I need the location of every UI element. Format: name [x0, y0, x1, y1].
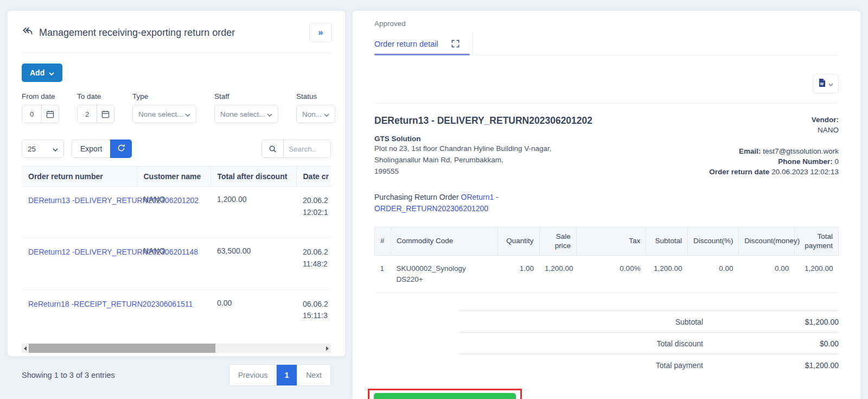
order-link[interactable]: ReReturn18 -RECEIPT_RETURN202306061511	[28, 299, 130, 311]
item-discount-pct: 0.00	[688, 255, 739, 293]
export-document-button[interactable]: W	[813, 74, 839, 93]
item-tax: 0.00%	[576, 255, 646, 293]
search-group	[261, 140, 331, 158]
filter-to-date: To date	[77, 92, 114, 123]
order-link[interactable]: DEReturn13 -DELIVERY_RETURN202306201202	[28, 195, 130, 207]
horizontal-scrollbar[interactable]	[22, 344, 331, 353]
filter-row: From date To date Type None select...	[8, 82, 345, 123]
scrollbar-thumb[interactable]	[29, 344, 215, 353]
date-line2: 15:11:3	[303, 310, 331, 322]
item-quantity: 1.00	[497, 255, 539, 293]
double-chevron-right-icon: »	[318, 28, 323, 37]
from-date-input[interactable]	[22, 105, 41, 123]
chevron-down-icon	[185, 110, 190, 118]
scroll-left-arrow-icon[interactable]	[24, 346, 27, 351]
order-link[interactable]: DEReturn12 -DELIVERY_RETURN202306201148	[28, 246, 130, 258]
calendar-icon[interactable]	[97, 105, 114, 123]
col-sale-price: Sale price	[539, 227, 576, 255]
tab-order-return-detail[interactable]: Order return detail	[374, 40, 438, 48]
total-cell: 63,500.00	[210, 238, 296, 290]
total-cell: 0.00	[210, 290, 296, 341]
subtotal-row: Subtotal $1,200.00	[459, 311, 839, 332]
page-1-button[interactable]: 1	[276, 365, 297, 385]
order-date-label: Order return date	[709, 168, 769, 176]
item-row: 1 SKU00002_SynologyDS220+ 1.00 1,200.00 …	[375, 255, 839, 293]
order-link-line2: DELIVERY_RETURN202306201202	[75, 196, 199, 205]
address-line: Plot no 23, 1st floor Chandran Hyline Bu…	[374, 144, 592, 154]
phone-line: Phone Number: 0	[709, 157, 839, 167]
type-select[interactable]: None select...	[132, 105, 196, 123]
staff-select[interactable]: None select...	[214, 105, 278, 123]
total-cell: 1,200.00	[210, 187, 296, 238]
create-inventory-delivery-voucher-button[interactable]: Create Inventory Delivery Voucher	[374, 393, 516, 399]
col-discount-pct: Discount(%)	[688, 227, 739, 255]
page-size-select[interactable]: 25	[22, 140, 64, 158]
purchasing-return-order: Purchasing Return Order OReturn1 - ORDER…	[374, 192, 554, 214]
filter-type: Type None select...	[132, 92, 196, 123]
vendor-value: NANO	[709, 125, 839, 136]
item-sale-price: 1,200.00	[539, 255, 576, 293]
status-badge: Approved	[374, 11, 839, 28]
total-discount-row: Total discount $0.00	[459, 332, 839, 354]
email-line: Email: test7@gtssolution.work	[709, 147, 839, 157]
filter-status: Status Non...	[296, 92, 335, 123]
collapse-panel-button[interactable]: »	[309, 23, 332, 42]
return-order-list-panel: Management receiving-exporting return or…	[8, 11, 345, 356]
email-value: test7@gtssolution.work	[763, 147, 839, 155]
filter-from-date: From date	[22, 92, 59, 123]
expand-icon[interactable]	[451, 40, 459, 48]
total-discount-value: $0.00	[793, 339, 839, 348]
orders-table-wrap: Order return number Customer name Total …	[22, 166, 331, 341]
col-date-created[interactable]: Date cr	[296, 167, 331, 187]
table-toolbar: 25 Export	[8, 123, 345, 158]
search-input[interactable]	[284, 140, 330, 157]
order-link-line1: DEReturn12 -	[28, 248, 75, 256]
address-line: 199555	[374, 167, 592, 177]
to-date-label: To date	[77, 92, 114, 100]
active-tab-underline	[374, 54, 470, 55]
order-link-line1: DEReturn13 -	[28, 196, 75, 205]
status-select-value: Non...	[302, 110, 322, 118]
refresh-button[interactable]	[110, 140, 132, 158]
chevron-down-icon	[324, 110, 329, 118]
order-link-line2: RECEIPT_RETURN202306061511	[74, 300, 193, 308]
col-total-after-discount[interactable]: Total after discount	[210, 167, 296, 187]
date-line2: 11:48:2	[303, 258, 331, 270]
panel-title-wrap: Management receiving-exporting return or…	[22, 27, 235, 39]
to-date-input[interactable]	[78, 105, 97, 123]
order-date-value: 20.06.2023 12:02:13	[771, 168, 839, 176]
subtotal-value: $1,200.00	[793, 318, 839, 326]
search-icon[interactable]	[262, 140, 284, 157]
pagination: Previous 1 Next	[229, 364, 331, 386]
export-button[interactable]: Export	[72, 140, 110, 158]
type-label: Type	[132, 92, 196, 100]
next-page-button[interactable]: Next	[297, 365, 330, 385]
add-button[interactable]: Add	[22, 64, 62, 82]
page-size-value: 25	[28, 145, 36, 153]
total-payment-row: Total payment $1,200.00	[459, 354, 839, 376]
order-date-line: Order return date 20.06.2023 12:02:13	[709, 167, 839, 178]
table-footer: Showing 1 to 3 of 3 entries Previous 1 N…	[8, 353, 345, 386]
date-line1: 06.06.2	[303, 299, 331, 311]
col-subtotal: Subtotal	[646, 227, 688, 255]
item-commodity-code: SKU00002_SynologyDS220+	[391, 255, 497, 293]
panel-header: Management receiving-exporting return or…	[8, 11, 345, 52]
type-select-value: None select...	[138, 110, 183, 118]
chevron-down-icon	[49, 68, 54, 77]
previous-page-button[interactable]: Previous	[229, 365, 276, 385]
status-select[interactable]: Non...	[296, 105, 335, 123]
total-payment-label: Total payment	[656, 361, 703, 370]
table-row: ReReturn18 -RECEIPT_RETURN202306061511 0…	[22, 290, 331, 341]
table-header-row: Order return number Customer name Total …	[22, 167, 331, 187]
customer-cell	[137, 290, 210, 341]
commodity-line2: DS220+	[396, 274, 492, 285]
order-return-title: DEReturn13 - DELIVERY_RETURN202306201202	[374, 115, 592, 126]
customer-cell: NANO	[137, 187, 210, 238]
col-order-return-number[interactable]: Order return number	[22, 167, 137, 187]
item-total-payment: 1,200.00	[794, 255, 838, 293]
order-link-line1: ReReturn18 -	[28, 300, 74, 308]
scroll-right-arrow-icon[interactable]	[326, 346, 329, 351]
email-label: Email:	[739, 147, 761, 155]
calendar-icon[interactable]	[41, 105, 59, 123]
col-customer-name[interactable]: Customer name	[137, 167, 210, 187]
